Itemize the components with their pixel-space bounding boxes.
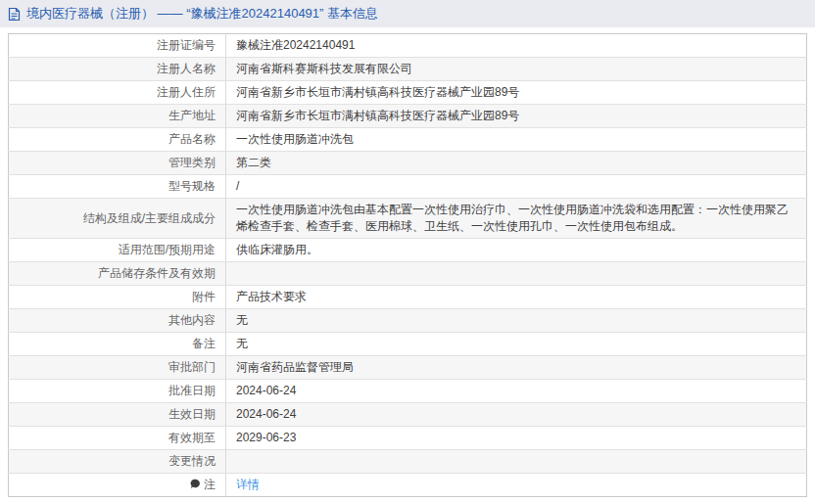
row-label-text: 有效期至 (168, 431, 216, 444)
row-label: 审批部门 (9, 356, 226, 380)
row-label-text: 产品名称 (168, 132, 216, 146)
row-label: 管理类别 (9, 152, 226, 175)
row-label-text: 注册人名称 (157, 62, 216, 75)
row-label: 附件 (9, 286, 226, 309)
document-icon (8, 7, 21, 22)
details-link[interactable]: 详情 (236, 478, 260, 491)
row-label-text: 审批部门 (168, 360, 216, 374)
row-label: 注册人名称 (9, 58, 226, 81)
row-value: 第二类 (226, 152, 807, 175)
table-row: 有效期至2029-06-23 (9, 427, 807, 450)
row-value: 无 (226, 309, 807, 333)
table-row: 附件产品技术要求 (9, 286, 807, 309)
row-value: / (226, 175, 807, 199)
row-label-text: 注册人住所 (157, 85, 216, 99)
page-title: 境内医疗器械（注册） —— “豫械注准20242140491” 基本信息 (26, 5, 378, 23)
row-label-text: 管理类别 (168, 156, 216, 169)
note-icon (190, 479, 201, 489)
registration-info-table-container: 注册证编号豫械注准20242140491注册人名称河南省斯科赛斯科技发展有限公司… (8, 33, 807, 497)
row-label-text: 备注 (192, 337, 216, 350)
table-row: 其他内容无 (9, 309, 807, 333)
row-label: 结构及组成/主要组成成分 (9, 199, 226, 239)
row-value: 河南省新乡市长垣市满村镇高科技医疗器械产业园89号 (226, 81, 807, 105)
table-row: 管理类别第二类 (9, 152, 807, 175)
row-value: 一次性使用肠道冲洗包由基本配置一次性使用治疗巾、一次性使用肠道冲洗袋和选用配置：… (226, 199, 807, 239)
row-label-text: 变更情况 (168, 454, 216, 468)
table-row: 注详情 (9, 474, 807, 497)
row-label-text: 产品储存条件及有效期 (98, 266, 216, 280)
row-label: 变更情况 (9, 450, 226, 474)
row-label-text: 型号规格 (168, 179, 216, 193)
row-label-text: 适用范围/预期用途 (119, 243, 216, 256)
table-row: 型号规格/ (9, 175, 807, 199)
row-label-text: 批准日期 (168, 384, 216, 397)
row-label: 备注 (9, 333, 226, 356)
row-label-text: 注 (204, 478, 216, 491)
table-row: 产品名称一次性使用肠道冲洗包 (9, 128, 807, 152)
row-value (226, 450, 807, 474)
table-row: 审批部门河南省药品监督管理局 (9, 356, 807, 380)
registration-info-table: 注册证编号豫械注准20242140491注册人名称河南省斯科赛斯科技发展有限公司… (8, 33, 807, 497)
row-label-text: 生效日期 (168, 407, 216, 421)
row-value (226, 262, 807, 286)
row-label-text: 结构及组成/主要组成成分 (83, 211, 216, 225)
info-table-body: 注册证编号豫械注准20242140491注册人名称河南省斯科赛斯科技发展有限公司… (9, 34, 807, 497)
row-label: 注册人住所 (9, 81, 226, 105)
row-label: 适用范围/预期用途 (9, 239, 226, 262)
table-row: 生效日期2024-06-24 (9, 403, 807, 427)
row-value: 详情 (226, 474, 807, 497)
row-label: 型号规格 (9, 175, 226, 199)
row-label: 生产地址 (9, 105, 226, 128)
table-row: 注册证编号豫械注准20242140491 (9, 34, 807, 58)
row-label: 注 (9, 474, 226, 497)
row-label: 有效期至 (9, 427, 226, 450)
row-value: 无 (226, 333, 807, 356)
table-row: 批准日期2024-06-24 (9, 380, 807, 403)
row-label: 生效日期 (9, 403, 226, 427)
table-row: 适用范围/预期用途供临床灌肠用。 (9, 239, 807, 262)
table-row: 产品储存条件及有效期 (9, 262, 807, 286)
row-label-text: 生产地址 (168, 109, 216, 122)
row-label: 产品储存条件及有效期 (9, 262, 226, 286)
row-value: 2024-06-24 (226, 380, 807, 403)
row-value: 河南省斯科赛斯科技发展有限公司 (226, 58, 807, 81)
table-row: 生产地址河南省新乡市长垣市满村镇高科技医疗器械产业园89号 (9, 105, 807, 128)
row-label: 产品名称 (9, 128, 226, 152)
row-label-text: 附件 (192, 290, 216, 303)
row-label: 注册证编号 (9, 34, 226, 58)
page-header: 境内医疗器械（注册） —— “豫械注准20242140491” 基本信息 (0, 0, 815, 27)
row-value: 供临床灌肠用。 (226, 239, 807, 262)
table-row: 注册人住所河南省新乡市长垣市满村镇高科技医疗器械产业园89号 (9, 81, 807, 105)
row-label-text: 注册证编号 (157, 38, 216, 52)
table-row: 备注无 (9, 333, 807, 356)
row-value: 河南省新乡市长垣市满村镇高科技医疗器械产业园89号 (226, 105, 807, 128)
row-value: 河南省药品监督管理局 (226, 356, 807, 380)
row-value: 豫械注准20242140491 (226, 34, 807, 58)
table-row: 变更情况 (9, 450, 807, 474)
row-label: 批准日期 (9, 380, 226, 403)
table-row: 结构及组成/主要组成成分一次性使用肠道冲洗包由基本配置一次性使用治疗巾、一次性使… (9, 199, 807, 239)
table-row: 注册人名称河南省斯科赛斯科技发展有限公司 (9, 58, 807, 81)
row-value: 2024-06-24 (226, 403, 807, 427)
row-value: 一次性使用肠道冲洗包 (226, 128, 807, 152)
row-value: 2029-06-23 (226, 427, 807, 450)
row-label: 其他内容 (9, 309, 226, 333)
row-value: 产品技术要求 (226, 286, 807, 309)
row-label-text: 其他内容 (168, 313, 216, 327)
